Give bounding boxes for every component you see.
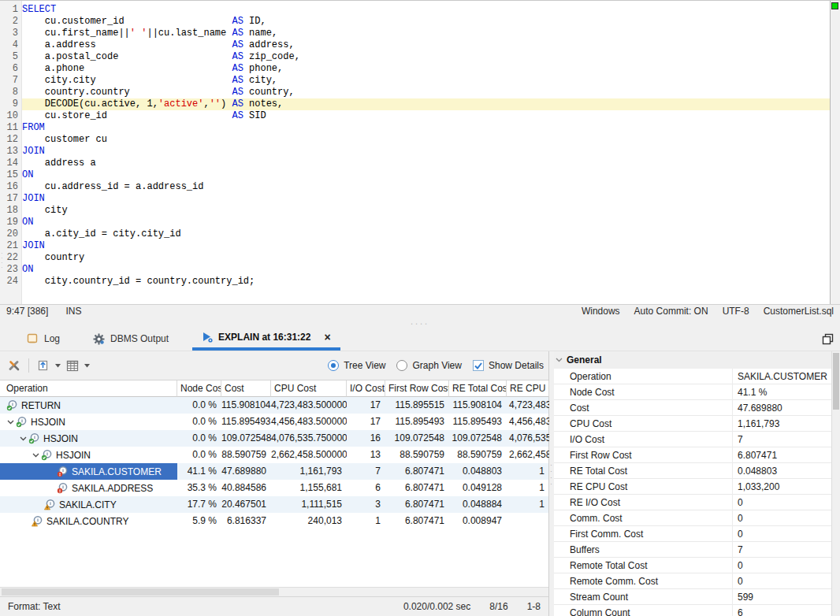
detail-row[interactable]: CPU Cost1,161,793 bbox=[554, 416, 831, 432]
left-edge-grip[interactable]: ∙∙∙∙ bbox=[0, 251, 3, 272]
table-row[interactable]: HSJOIN0.0 %115.8954934,456,483.500000171… bbox=[0, 414, 548, 430]
code-text: FROM bbox=[22, 122, 830, 134]
detail-row[interactable]: OperationSAKILA.CUSTOMER bbox=[554, 369, 831, 384]
code-line[interactable]: 17JOIN bbox=[0, 193, 830, 205]
detail-row[interactable]: RE CPU Cost1,033,200 bbox=[554, 479, 831, 495]
overview-ruler[interactable] bbox=[830, 1, 840, 304]
code-line[interactable]: 13JOIN bbox=[0, 146, 830, 158]
column-header[interactable]: RE Total Cost bbox=[449, 380, 507, 397]
code-text: cu.store_id AS SID bbox=[22, 110, 830, 122]
operation-cell: HSJOIN bbox=[0, 447, 177, 463]
auto-commit-indicator[interactable]: Auto Commit: ON bbox=[634, 306, 708, 317]
table-row[interactable]: SAKILA.COUNTRY5.9 %6.816337240,01316.807… bbox=[0, 513, 548, 529]
code-line[interactable]: 15ON bbox=[0, 169, 830, 181]
code-line[interactable]: 24 city.country_id = country.country_id; bbox=[0, 276, 830, 288]
code-line[interactable]: 22 country bbox=[0, 252, 830, 264]
detail-row[interactable]: Node Cost41.1 % bbox=[554, 384, 831, 400]
detail-row[interactable]: Buffers7 bbox=[554, 542, 831, 558]
code-line[interactable]: 12 customer cu bbox=[0, 134, 830, 146]
table-row[interactable]: HSJOIN0.0 %88.5907592,662,458.5000001388… bbox=[0, 447, 548, 463]
column-header[interactable]: Operation bbox=[0, 380, 177, 397]
vertical-scrollbar[interactable] bbox=[831, 351, 840, 616]
value-cell: 5.9 % bbox=[177, 513, 221, 529]
encoding-indicator[interactable]: UTF-8 bbox=[723, 306, 749, 317]
code-line[interactable]: 10 cu.store_id AS SID bbox=[0, 110, 830, 122]
tab-explain[interactable]: EXPLAIN at 16:31:22 × bbox=[192, 327, 340, 351]
editor-results-splitter[interactable]: ∙∙∙∙ bbox=[0, 317, 840, 327]
column-header[interactable]: CPU Cost bbox=[271, 380, 347, 397]
column-header[interactable]: First Row Cost bbox=[385, 380, 449, 397]
details-section-general[interactable]: General bbox=[554, 351, 840, 369]
detail-row[interactable]: First Comm. Cost0 bbox=[554, 526, 831, 542]
insert-mode[interactable]: INS bbox=[65, 306, 81, 317]
file-name[interactable]: CustomerList.sql bbox=[764, 306, 834, 317]
code-line[interactable]: 4 a.address AS address, bbox=[0, 39, 830, 51]
table-row[interactable]: SAKILA.CUSTOMER41.1 %47.6898801,161,7937… bbox=[0, 463, 548, 480]
detail-row[interactable]: Comm. Cost0 bbox=[554, 510, 831, 526]
tree-expand-chevron-icon[interactable] bbox=[5, 420, 16, 425]
horizontal-scrollbar[interactable] bbox=[0, 587, 548, 596]
detail-row[interactable]: Cost47.689880 bbox=[554, 400, 831, 416]
value-cell: 47.689880 bbox=[221, 463, 271, 480]
column-header[interactable]: Node Cost bbox=[177, 380, 221, 397]
line-number: 16 bbox=[0, 181, 22, 193]
column-header[interactable]: Cost bbox=[221, 380, 271, 397]
tab-log[interactable]: Log bbox=[17, 327, 69, 351]
detail-key: Buffers bbox=[554, 544, 732, 555]
code-line[interactable]: 7 city.city AS city, bbox=[0, 75, 830, 87]
table-row[interactable]: HSJOIN0.0 %109.0725484,076,535.750000161… bbox=[0, 430, 548, 447]
close-tab-icon[interactable]: × bbox=[324, 331, 330, 343]
code-line[interactable]: 6 a.phone AS phone, bbox=[0, 63, 830, 75]
show-details-option[interactable]: Show Details bbox=[473, 360, 544, 371]
grid-dropdown-icon[interactable] bbox=[84, 364, 90, 368]
line-ending-indicator[interactable]: Windows bbox=[582, 306, 620, 317]
code-line[interactable]: 18 city bbox=[0, 205, 830, 217]
detach-panel-icon[interactable] bbox=[822, 333, 834, 345]
grid-view-icon[interactable] bbox=[66, 360, 79, 372]
code-line[interactable]: 3 cu.first_name||' '||cu.last_name AS na… bbox=[0, 28, 830, 39]
code-line[interactable]: 8 country.country AS country, bbox=[0, 87, 830, 98]
tree-expand-chevron-icon[interactable] bbox=[17, 436, 28, 441]
column-header[interactable]: I/O Cost bbox=[347, 380, 385, 397]
detail-row[interactable]: I/O Cost7 bbox=[554, 432, 831, 447]
code-text: customer cu bbox=[22, 134, 830, 146]
export-icon[interactable] bbox=[37, 359, 50, 372]
operation-cell: HSJOIN bbox=[0, 414, 177, 430]
tab-dbms-output[interactable]: DBMS Output bbox=[84, 327, 178, 351]
graph-view-option[interactable]: Graph View bbox=[396, 360, 461, 371]
code-text: country.country AS country, bbox=[22, 87, 830, 98]
detail-row[interactable]: First Row Cost6.807471 bbox=[554, 447, 831, 463]
splitter-grip-icon: ∙∙∙∙ bbox=[550, 462, 552, 487]
column-header[interactable]: RE CPU Cost bbox=[507, 380, 549, 397]
code-line[interactable]: 2 cu.customer_id AS ID, bbox=[0, 16, 830, 28]
code-line[interactable]: 5 a.postal_code AS zip_code, bbox=[0, 51, 830, 63]
line-number: 2 bbox=[0, 16, 22, 28]
tree-expand-chevron-icon[interactable] bbox=[30, 453, 41, 458]
code-line[interactable]: 1SELECT bbox=[0, 4, 830, 16]
detail-row[interactable]: Stream Count599 bbox=[554, 589, 831, 605]
detail-row[interactable]: Remote Total Cost0 bbox=[554, 558, 831, 573]
code-line[interactable]: 23ON bbox=[0, 264, 830, 276]
detail-row[interactable]: RE Total Cost0.048803 bbox=[554, 463, 831, 479]
detail-row[interactable]: Column Count6 bbox=[554, 605, 831, 616]
tree-view-option[interactable]: Tree View bbox=[328, 360, 385, 371]
code-line[interactable]: 9 DECODE(cu.active, 1,'active','') AS no… bbox=[0, 98, 830, 110]
detail-value: 0 bbox=[732, 526, 831, 542]
tools-icon[interactable] bbox=[8, 359, 20, 372]
detail-row[interactable]: Remote Comm. Cost0 bbox=[554, 573, 831, 589]
scrollbar-thumb[interactable] bbox=[2, 588, 279, 596]
code-line[interactable]: 19ON bbox=[0, 217, 830, 228]
code-line[interactable]: 16 cu.address_id = a.address_id bbox=[0, 181, 830, 193]
code-line[interactable]: 11FROM bbox=[0, 122, 830, 134]
table-row[interactable]: SAKILA.CITY17.7 %20.4675011,111,51536.80… bbox=[0, 496, 548, 513]
table-row[interactable]: SAKILA.ADDRESS35.3 %40.8845861,155,68166… bbox=[0, 480, 548, 496]
code-lines[interactable]: 1SELECT2 cu.customer_id AS ID,3 cu.first… bbox=[0, 4, 830, 288]
code-line[interactable]: 20 a.city_id = city.city_id bbox=[0, 228, 830, 240]
code-line[interactable]: 14 address a bbox=[0, 158, 830, 169]
sql-editor[interactable]: 1SELECT2 cu.customer_id AS ID,3 cu.first… bbox=[0, 0, 840, 304]
scrollbar-thumb[interactable] bbox=[833, 353, 839, 410]
export-dropdown-icon[interactable] bbox=[55, 364, 61, 368]
table-row[interactable]: RETURN0.0 %115.9081044,723,483.500000171… bbox=[0, 397, 548, 414]
code-line[interactable]: 21JOIN bbox=[0, 240, 830, 252]
detail-row[interactable]: RE I/O Cost0 bbox=[554, 495, 831, 510]
